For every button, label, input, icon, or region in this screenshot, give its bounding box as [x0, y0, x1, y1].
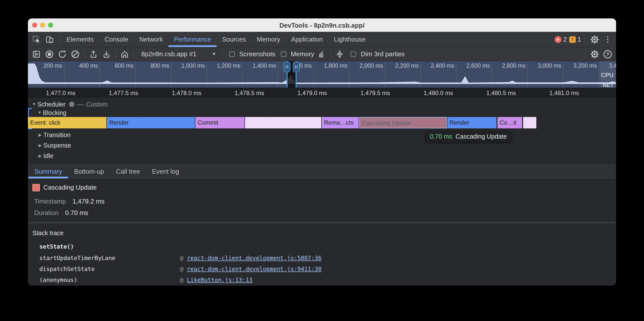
inspect-element-icon[interactable]	[31, 34, 42, 45]
tabbar-separator	[59, 35, 60, 44]
dim-third-parties-checkbox[interactable]	[351, 51, 356, 57]
screenshots-checkbox[interactable]	[229, 51, 235, 57]
devtools-window: DevTools - 8p2n9n.csb.app/	[28, 18, 616, 286]
ruler-tick-label: 1,477.5 ms	[109, 90, 138, 97]
stack-frame-source-link[interactable]: LikeButton.js:13:13	[187, 277, 252, 283]
home-icon[interactable]	[119, 49, 130, 60]
screen-background: DevTools - 8p2n9n.csb.app/	[0, 0, 644, 321]
toolbar-separator-2	[116, 50, 116, 58]
flame-event-bar[interactable]: Rema…cts	[322, 117, 359, 128]
panel-tab[interactable]: Sources	[216, 32, 251, 47]
collapse-sections-icon[interactable]	[334, 49, 345, 60]
panel-tab[interactable]: Console	[99, 32, 134, 47]
tabbar-left-icons	[28, 32, 58, 47]
stack-frame-function: (anonymous)	[40, 277, 77, 283]
details-tab[interactable]: Bottom-up	[68, 164, 110, 178]
stack-frame-source-link[interactable]: react-dom-client.development.js:9411:30	[187, 266, 322, 272]
expand-triangle-icon[interactable]: ▼	[31, 102, 38, 107]
history-dropdown-label: 8p2n9n.csb.app #1	[141, 50, 196, 58]
toolbar-separator-1	[84, 50, 84, 58]
panel-tab[interactable]: Lighthouse	[328, 32, 371, 47]
garbage-collect-icon[interactable]	[316, 49, 327, 60]
duration-label: Duration	[34, 209, 58, 217]
toggle-panel-icon[interactable]	[31, 49, 42, 60]
panel-tab[interactable]: Memory	[251, 32, 286, 47]
flame-event-bar[interactable]: Cascading Update	[359, 117, 447, 128]
overview-left-handle[interactable]	[284, 62, 290, 72]
ruler-tick-label: 1,480.0 ms	[424, 90, 453, 97]
memory-checkbox[interactable]	[281, 51, 286, 57]
panel-tab[interactable]: Application	[286, 32, 328, 47]
flame-event-bar[interactable]: Render	[447, 117, 496, 128]
toolbar-separator-5	[330, 50, 331, 58]
flame-event-label: Cascading Update	[362, 120, 411, 126]
details-tab[interactable]: Call tree	[110, 164, 146, 178]
download-profile-icon[interactable]	[101, 49, 112, 60]
overview-right-handle[interactable]	[293, 62, 300, 72]
panel-tabs: Elements Console Network Performance Sou…	[61, 32, 371, 47]
details-tab[interactable]: Summary	[28, 164, 68, 178]
reload-record-icon[interactable]	[57, 49, 68, 60]
overview-tick-label: 400 ms	[79, 62, 98, 69]
console-errors-badge[interactable]: 2	[554, 36, 567, 43]
details-tab[interactable]: Event log	[146, 164, 185, 178]
detail-time-ruler[interactable]: 1,477.0 ms1,477.5 ms1,478.0 ms1,478.5 ms…	[28, 88, 616, 99]
summary-event-name: Cascading Update	[43, 184, 97, 191]
more-options-icon[interactable]	[603, 36, 612, 42]
ruler-tick-label: 1,480.5 ms	[486, 90, 516, 97]
issues-badge[interactable]: ! 1	[569, 36, 581, 43]
overview-tick-label: 3,400 ms	[609, 62, 616, 69]
settings-gear-icon[interactable]	[589, 34, 600, 45]
cpu-track-label: CPU	[601, 72, 614, 79]
expand-triangle-icon[interactable]: ▼	[36, 110, 43, 115]
panel-tab[interactable]: Network	[134, 32, 168, 47]
track-row-suspense[interactable]: ▶ Suspense	[28, 141, 616, 150]
flame-event-bar[interactable]: Render	[107, 117, 195, 128]
blocking-track-label: Blocking	[43, 109, 66, 117]
collapsed-triangle-icon[interactable]: ▶	[37, 143, 43, 148]
flame-event-bar[interactable]	[523, 117, 536, 128]
track-row-blocking[interactable]: ▼ Blocking	[28, 109, 616, 117]
transition-track-label: Transition	[43, 131, 70, 139]
track-row-scheduler[interactable]: ▼ Scheduler — Custom	[28, 100, 616, 109]
flame-event-bar[interactable]: Event: click	[28, 117, 106, 128]
net-strip	[28, 84, 616, 88]
panel-tab[interactable]: Elements	[61, 32, 99, 47]
overview-tick-label: 3,000 ms	[538, 62, 561, 69]
stack-frame-at: @	[180, 277, 184, 283]
ruler-tick-label: 1,478.5 ms	[234, 90, 264, 97]
device-toolbar-icon[interactable]	[44, 34, 55, 45]
details-tab-label: Bottom-up	[74, 168, 104, 175]
overview-tick-label: 1,400 ms	[252, 62, 276, 69]
panel-tab-label: Network	[139, 36, 163, 43]
record-icon[interactable]	[44, 49, 55, 60]
flame-event-bar[interactable]: Co…it	[498, 117, 522, 128]
help-icon[interactable]: ?	[602, 49, 613, 60]
idle-track-label: Idle	[43, 152, 53, 160]
capture-settings-gear-icon[interactable]	[589, 49, 600, 60]
flamechart-tracks[interactable]: ▼ Scheduler — Custom ▼ Blocking	[28, 99, 616, 164]
clear-icon[interactable]	[70, 49, 81, 60]
flame-event-label: Event: click	[30, 119, 60, 126]
overview-tick-label: 1,800 ms	[324, 62, 348, 69]
collapsed-triangle-icon[interactable]: ▶	[37, 153, 43, 159]
stack-root-call: setState()	[40, 243, 74, 250]
details-tabbar: Summary Bottom-up Call tree Event log	[28, 164, 616, 179]
memory-label: Memory	[291, 50, 314, 58]
flame-event-bar[interactable]: Commit	[196, 117, 244, 128]
overview-tick-label: 2,400 ms	[431, 62, 454, 69]
svg-text:?: ?	[606, 51, 609, 57]
track-row-transition[interactable]: ▶ Transition	[28, 130, 616, 139]
flame-event-bar[interactable]	[245, 117, 321, 128]
issues-icon: !	[569, 36, 576, 43]
overview-tick-label: 1,200 ms	[217, 62, 240, 69]
upload-profile-icon[interactable]	[88, 49, 99, 60]
flame-event-label: Rema…cts	[324, 119, 354, 126]
toolbar-separator-4	[222, 50, 222, 58]
timeline-overview[interactable]: 200 ms400 ms600 ms800 ms1,000 ms1,200 ms…	[28, 61, 616, 88]
collapsed-triangle-icon[interactable]: ▶	[37, 132, 43, 138]
track-row-idle[interactable]: ▶ Idle	[28, 151, 616, 160]
history-dropdown[interactable]: 8p2n9n.csb.app #1 ▼	[137, 50, 218, 58]
panel-tab[interactable]: Performance	[168, 32, 216, 47]
stack-frame-source-link[interactable]: react-dom-client.development.js:5807:36	[187, 255, 322, 261]
